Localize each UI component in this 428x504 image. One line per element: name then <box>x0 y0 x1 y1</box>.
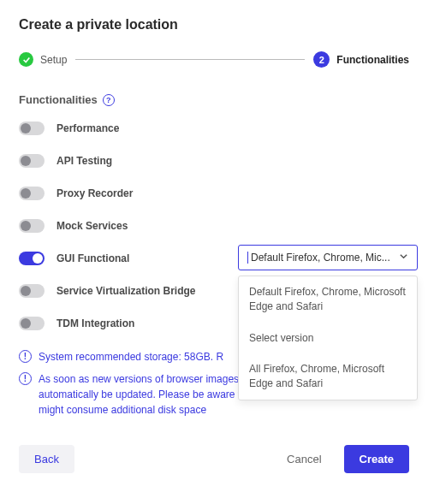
info-icon: ! <box>19 350 32 363</box>
label-mock-services: Mock Services <box>56 220 128 232</box>
label-gui-functional: GUI Functional <box>56 252 129 264</box>
step2-label: Functionalities <box>336 54 409 66</box>
help-icon[interactable]: ? <box>103 94 115 106</box>
stepper: Setup 2 Functionalities <box>19 51 409 68</box>
label-performance: Performance <box>56 122 119 134</box>
section-title: Functionalities ? <box>19 93 409 106</box>
storage-info: System recommended storage: 58GB. R <box>39 349 223 365</box>
label-api-testing: API Testing <box>56 155 112 167</box>
info-icon: ! <box>19 372 32 385</box>
dropdown-opt1[interactable]: Default Firefox, Chrome, Microsoft Edge … <box>239 276 417 323</box>
section-title-text: Functionalities <box>19 93 98 106</box>
browser-dropdown: Default Firefox, Chrome, Microsoft Edge … <box>238 276 418 400</box>
create-button[interactable]: Create <box>344 445 409 473</box>
cancel-button[interactable]: Cancel <box>271 445 336 473</box>
toggle-api-testing[interactable] <box>19 154 45 168</box>
check-icon <box>19 52 33 67</box>
label-proxy-recorder: Proxy Recorder <box>56 187 133 199</box>
chevron-down-icon <box>399 252 408 264</box>
select-value: Default Firefox, Chrome, Mic... <box>247 252 394 264</box>
browser-select[interactable]: Default Firefox, Chrome, Mic... <box>238 245 418 270</box>
dropdown-opt2[interactable]: Select version <box>239 323 417 354</box>
toggle-performance[interactable] <box>19 122 45 135</box>
page-title: Create a private location <box>19 17 409 33</box>
toggle-tdm[interactable] <box>19 317 45 330</box>
step-connector <box>75 59 305 60</box>
step1-label: Setup <box>40 54 67 66</box>
toggle-svb[interactable] <box>19 284 45 298</box>
toggle-gui-functional[interactable] <box>19 252 45 265</box>
label-tdm: TDM Integration <box>56 317 134 329</box>
label-svb: Service Virtualization Bridge <box>56 285 196 297</box>
toggle-proxy-recorder[interactable] <box>19 187 45 200</box>
toggle-mock-services[interactable] <box>19 219 45 233</box>
dropdown-opt3[interactable]: All Firefox, Chrome, Microsoft Edge and … <box>239 353 417 400</box>
back-button[interactable]: Back <box>19 445 74 473</box>
step2-number: 2 <box>313 51 330 68</box>
